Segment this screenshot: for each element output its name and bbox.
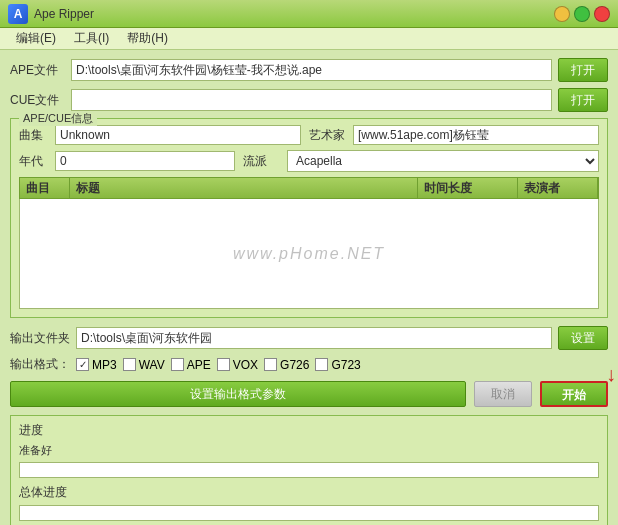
artist-input[interactable] [353,125,599,145]
format-row: 输出格式： ✓ MP3 WAV APE VOX G726 G723 [10,356,608,373]
format-vox[interactable]: VOX [217,358,258,372]
group-title: APE/CUE信息 [19,111,97,126]
vox-checkbox[interactable] [217,358,230,371]
output-folder-row: 输出文件夹 设置 [10,326,608,350]
cancel-button[interactable]: 取消 [474,381,532,407]
titlebar: A Ape Ripper [0,0,618,28]
close-button[interactable] [594,6,610,22]
ape-cue-info-group: APE/CUE信息 曲集 艺术家 年代 流派 Acapella 曲目 标题 时间… [10,118,608,318]
ape-file-label: APE文件 [10,62,65,79]
genre-label: 流派 [243,153,279,170]
artist-label: 艺术家 [309,127,345,144]
menubar: 编辑(E) 工具(I) 帮助(H) [0,28,618,50]
ape-file-input[interactable] [71,59,552,81]
output-settings-button[interactable]: 设置 [558,326,608,350]
output-folder-input[interactable] [76,327,552,349]
watermark-text: www.pHome.NET [233,245,385,263]
progress-label: 进度 [19,422,599,439]
cue-file-input[interactable] [71,89,552,111]
col-track: 曲目 [20,178,70,199]
app-icon: A [8,4,28,24]
track-list: www.pHome.NET [19,199,599,309]
genre-select[interactable]: Acapella [287,150,599,172]
year-label: 年代 [19,153,47,170]
format-wav[interactable]: WAV [123,358,165,372]
format-g723[interactable]: G723 [315,358,360,372]
cue-file-open-button[interactable]: 打开 [558,88,608,112]
format-label: 输出格式： [10,356,70,373]
progress-status: 准备好 [19,443,52,458]
progress-group: 进度 准备好 总体进度 [10,415,608,525]
album-artist-row: 曲集 艺术家 [19,125,599,145]
ape-file-open-button[interactable]: 打开 [558,58,608,82]
minimize-button[interactable] [554,6,570,22]
year-genre-row: 年代 流派 Acapella [19,150,599,172]
track-header: 曲目 标题 时间长度 表演者 [19,177,599,199]
menu-tools[interactable]: 工具(I) [66,28,117,49]
cue-file-row: CUE文件 打开 [10,88,608,112]
format-g726[interactable]: G726 [264,358,309,372]
output-folder-label: 输出文件夹 [10,330,70,347]
params-button[interactable]: 设置输出格式参数 [10,381,466,407]
ape-file-row: APE文件 打开 [10,58,608,82]
app-title: Ape Ripper [34,7,94,21]
start-button-wrapper: ↓ 开始 [540,381,608,407]
col-title: 标题 [70,178,418,199]
cue-file-label: CUE文件 [10,92,65,109]
titlebar-left: A Ape Ripper [8,4,94,24]
g726-checkbox[interactable] [264,358,277,371]
overall-bar-container [19,505,599,521]
year-input[interactable] [55,151,235,171]
action-buttons-row: 设置输出格式参数 取消 ↓ 开始 [10,381,608,407]
progress-bar-container [19,462,599,478]
g723-checkbox[interactable] [315,358,328,371]
col-duration: 时间长度 [418,178,518,199]
overall-label: 总体进度 [19,484,599,501]
progress-status-row: 准备好 [19,443,599,458]
format-mp3[interactable]: ✓ MP3 [76,358,117,372]
mp3-checkbox[interactable]: ✓ [76,358,89,371]
start-button[interactable]: 开始 [540,381,608,407]
album-input[interactable] [55,125,301,145]
ape-checkbox[interactable] [171,358,184,371]
window-controls [554,6,610,22]
menu-help[interactable]: 帮助(H) [119,28,176,49]
maximize-button[interactable] [574,6,590,22]
col-performer: 表演者 [518,178,598,199]
format-ape[interactable]: APE [171,358,211,372]
wav-checkbox[interactable] [123,358,136,371]
menu-edit[interactable]: 编辑(E) [8,28,64,49]
album-label: 曲集 [19,127,47,144]
main-content: APE文件 打开 CUE文件 打开 APE/CUE信息 曲集 艺术家 年代 流派… [0,50,618,525]
